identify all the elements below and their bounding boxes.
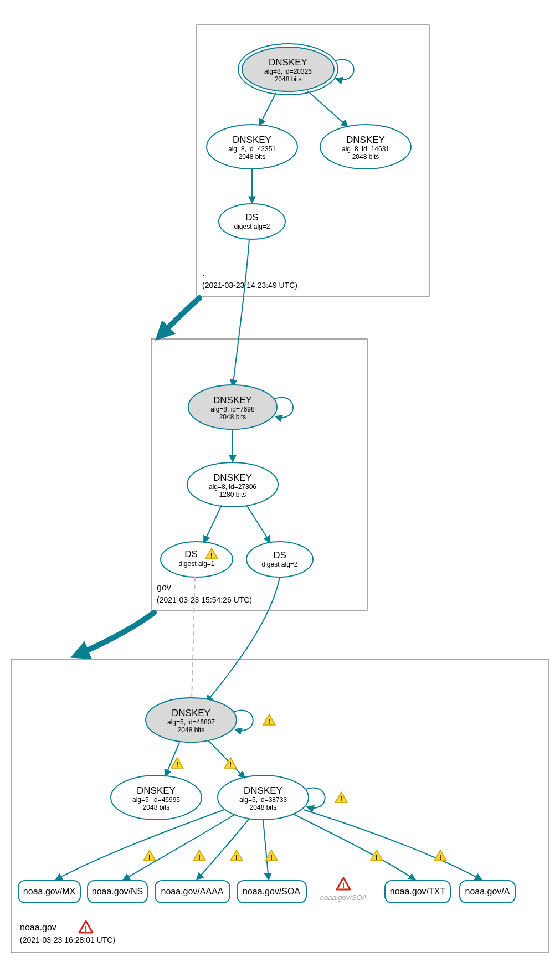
svg-text:digest alg=2: digest alg=2 (234, 223, 270, 230)
zone-gov: gov (2021-03-23 15:54:26 UTC) DNSKEY alg… (151, 339, 367, 610)
warn-icon (434, 850, 446, 861)
dnssec-graph: ! ! . (2021-03-23 14:23:49 UTC) DNSKEY a… (0, 0, 560, 967)
svg-text:alg=8, id=14631: alg=8, id=14631 (342, 145, 389, 153)
svg-text:noaa.gov/MX: noaa.gov/MX (23, 887, 76, 896)
rr-soa2: noaa.gov/SOA (320, 878, 367, 902)
edge-zsk-ns (123, 814, 235, 880)
rr-aaaa[interactable]: noaa.gov/AAAA (155, 881, 230, 903)
svg-text:noaa.gov/SOA: noaa.gov/SOA (320, 893, 367, 902)
svg-text:2048 bits: 2048 bits (219, 413, 246, 421)
svg-text:DS: DS (184, 549, 198, 559)
node-gov-ksk[interactable]: DNSKEY alg=8, id=7698 2048 bits (188, 385, 277, 429)
zone-root-ts: (2021-03-23 14:23:49 UTC) (202, 281, 297, 290)
deleg-gov-noaa (78, 613, 154, 655)
node-root-zsk1[interactable]: DNSKEY alg=8, id=42351 2048 bits (207, 125, 297, 169)
node-gov-ds1[interactable]: DS digest alg=1 (161, 542, 233, 577)
node-gov-zsk[interactable]: DNSKEY alg=8, id=27306 1280 bits (187, 462, 278, 507)
warn-icon (230, 850, 243, 861)
svg-text:1280 bits: 1280 bits (219, 491, 246, 498)
svg-text:alg=5, id=46807: alg=5, id=46807 (167, 718, 215, 726)
svg-text:DNSKEY: DNSKEY (213, 472, 252, 483)
warn-icon (335, 792, 347, 803)
edge-rootds-govksk (233, 239, 249, 387)
edge-noaaksk-zsk (208, 740, 245, 778)
node-noaa-k2[interactable]: DNSKEY alg=5, id=46995 2048 bits (111, 775, 202, 820)
node-root-zsk2[interactable]: DNSKEY alg=8, id=14631 2048 bits (320, 125, 411, 169)
zone-gov-label: gov (157, 583, 171, 592)
deleg-root-gov (161, 298, 199, 335)
rr-soa[interactable]: noaa.gov/SOA (237, 881, 306, 903)
edge-zsk-a (304, 810, 482, 880)
svg-text:alg=8, id=27306: alg=8, id=27306 (209, 483, 256, 491)
svg-text:DNSKEY: DNSKEY (233, 135, 271, 145)
warn-icon (143, 850, 156, 861)
svg-text:2048 bits: 2048 bits (143, 804, 170, 811)
rr-mx[interactable]: noaa.gov/MX (18, 881, 80, 903)
zone-root: . (2021-03-23 14:23:49 UTC) DNSKEY alg=8… (197, 25, 429, 296)
svg-text:DNSKEY: DNSKEY (244, 785, 282, 796)
warn-icon (171, 758, 183, 769)
node-root-ds[interactable]: DS digest alg=2 (219, 204, 285, 239)
edge-govzsk-ds1 (204, 505, 222, 543)
warn-icon (371, 850, 383, 861)
svg-text:alg=8, id=42351: alg=8, id=42351 (228, 145, 276, 153)
edge-rootksk-zsk1 (259, 93, 276, 126)
svg-text:DNSKEY: DNSKEY (213, 395, 252, 405)
svg-text:alg=5, id=38733: alg=5, id=38733 (239, 796, 287, 804)
edge-govzsk-ds2 (246, 505, 270, 543)
warn-icon (263, 714, 275, 726)
error-icon (337, 878, 350, 890)
svg-text:digest alg=1: digest alg=1 (178, 560, 214, 568)
svg-text:DNSKEY: DNSKEY (346, 135, 385, 145)
svg-text:noaa.gov/A: noaa.gov/A (465, 887, 510, 896)
zone-noaa-label: noaa.gov (20, 923, 56, 932)
node-root-ksk[interactable]: DNSKEY alg=8, id=20326 2048 bits (238, 44, 338, 95)
edge-zsk-soa (263, 820, 269, 880)
node-gov-ds2[interactable]: DS digest alg=2 (246, 542, 313, 577)
edge-zsk-mx (55, 810, 224, 880)
zone-noaa-ts: (2021-03-23 16:28:01 UTC) (20, 935, 115, 944)
svg-text:alg=8, id=7698: alg=8, id=7698 (210, 405, 255, 413)
warn-icon (193, 850, 205, 861)
edge-zsk-aaaa (197, 819, 249, 880)
svg-text:2048 bits: 2048 bits (178, 726, 205, 734)
edge-rootksk-zsk2 (307, 91, 348, 127)
error-icon (79, 921, 93, 933)
svg-text:2048 bits: 2048 bits (250, 804, 277, 811)
zone-gov-ts: (2021-03-23 15:54:26 UTC) (157, 595, 252, 604)
edge-zsk-txt (294, 814, 415, 880)
zone-noaa: noaa.gov (2021-03-23 16:28:01 UTC) DNSKE… (11, 659, 548, 953)
svg-text:noaa.gov/SOA: noaa.gov/SOA (243, 887, 300, 896)
svg-text:noaa.gov/TXT: noaa.gov/TXT (390, 887, 446, 896)
svg-text:DNSKEY: DNSKEY (172, 708, 210, 718)
zone-root-label: . (202, 268, 204, 277)
svg-text:2048 bits: 2048 bits (239, 153, 266, 161)
svg-text:alg=5, id=46995: alg=5, id=46995 (132, 796, 180, 804)
rr-txt[interactable]: noaa.gov/TXT (385, 881, 450, 903)
svg-text:DNSKEY: DNSKEY (269, 57, 307, 68)
svg-text:2048 bits: 2048 bits (275, 75, 302, 83)
rr-a[interactable]: noaa.gov/A (460, 881, 515, 903)
svg-text:2048 bits: 2048 bits (352, 153, 379, 161)
svg-text:digest alg=2: digest alg=2 (261, 560, 297, 568)
svg-text:alg=8, id=20326: alg=8, id=20326 (264, 68, 312, 75)
node-noaa-zsk[interactable]: DNSKEY alg=5, id=38733 2048 bits (218, 775, 309, 820)
svg-text:noaa.gov/NS: noaa.gov/NS (92, 887, 143, 896)
svg-text:DS: DS (273, 550, 286, 560)
svg-text:noaa.gov/AAAA: noaa.gov/AAAA (161, 887, 224, 896)
svg-text:DS: DS (245, 212, 259, 223)
svg-text:DNSKEY: DNSKEY (137, 785, 176, 796)
rr-ns[interactable]: noaa.gov/NS (88, 881, 147, 903)
warn-icon (265, 850, 278, 861)
node-noaa-ksk[interactable]: DNSKEY alg=5, id=46807 2048 bits (146, 698, 237, 742)
svg-point-28 (161, 542, 233, 577)
